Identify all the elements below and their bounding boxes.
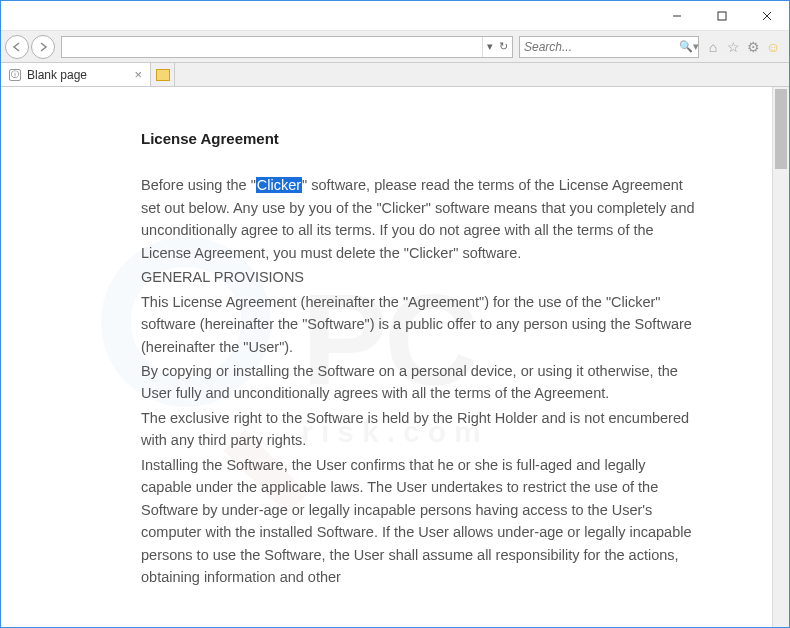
browser-window: ▾ ↻ 🔍 ▾ ⌂ ☆ ⚙ ☺ ⓘ Blank page × PCrisk.co… <box>0 0 790 628</box>
settings-icon[interactable]: ⚙ <box>745 39 761 55</box>
search-icon[interactable]: 🔍 <box>679 40 693 53</box>
titlebar <box>1 1 789 31</box>
doc-paragraph: This License Agreement (hereinafter the … <box>141 291 699 358</box>
doc-paragraph: Installing the Software, the User confir… <box>141 454 699 589</box>
toolbar-right-icons: ⌂ ☆ ⚙ ☺ <box>701 39 785 55</box>
address-bar[interactable]: ▾ ↻ <box>61 36 513 58</box>
home-icon[interactable]: ⌂ <box>705 39 721 55</box>
new-tab-button[interactable] <box>151 63 175 86</box>
tab-bar: ⓘ Blank page × <box>1 63 789 87</box>
svg-rect-1 <box>718 12 726 20</box>
nav-toolbar: ▾ ↻ 🔍 ▾ ⌂ ☆ ⚙ ☺ <box>1 31 789 63</box>
search-input[interactable] <box>524 40 675 54</box>
doc-paragraph: By copying or installing the Software on… <box>141 360 699 405</box>
page-icon: ⓘ <box>9 69 21 81</box>
search-bar[interactable]: 🔍 ▾ <box>519 36 699 58</box>
tab-blank-page[interactable]: ⓘ Blank page × <box>1 63 151 86</box>
document-body[interactable]: License Agreement Before using the "Clic… <box>1 87 789 627</box>
minimize-button[interactable] <box>654 1 699 30</box>
search-dropdown-icon[interactable]: ▾ <box>693 40 699 53</box>
close-button[interactable] <box>744 1 789 30</box>
scrollbar-thumb[interactable] <box>775 89 787 169</box>
url-controls: ▾ ↻ <box>482 37 512 57</box>
doc-heading-general: GENERAL PROVISIONS <box>141 266 699 288</box>
doc-paragraph: The exclusive right to the Software is h… <box>141 407 699 452</box>
doc-paragraph-intro: Before using the "Clicker" software, ple… <box>141 174 699 264</box>
highlighted-text: Clicker <box>256 177 302 193</box>
url-dropdown-icon[interactable]: ▾ <box>487 40 493 53</box>
maximize-button[interactable] <box>699 1 744 30</box>
favorites-icon[interactable]: ☆ <box>725 39 741 55</box>
folder-icon <box>156 69 170 81</box>
tab-close-icon[interactable]: × <box>134 67 142 82</box>
url-input[interactable] <box>62 40 482 54</box>
refresh-icon[interactable]: ↻ <box>499 40 508 53</box>
forward-button[interactable] <box>31 35 55 59</box>
content-area: PCrisk.com License Agreement Before usin… <box>1 87 789 627</box>
tab-label: Blank page <box>27 68 128 82</box>
smiley-icon[interactable]: ☺ <box>765 39 781 55</box>
doc-title: License Agreement <box>141 127 699 150</box>
vertical-scrollbar[interactable] <box>772 87 789 627</box>
back-button[interactable] <box>5 35 29 59</box>
